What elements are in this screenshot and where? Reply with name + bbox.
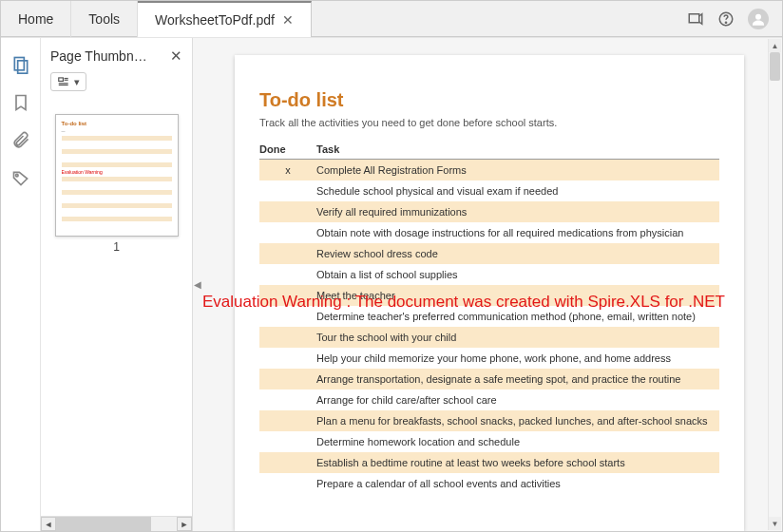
app-window: Home Tools WorksheetToPdf.pdf ✕ bbox=[0, 0, 783, 532]
task-text-cell: Schedule school physical and visual exam… bbox=[316, 185, 719, 197]
collapse-panel-handle[interactable]: ◀ bbox=[193, 266, 202, 304]
task-text-cell: Help your child memorize your home phone… bbox=[316, 352, 719, 364]
scroll-up-arrow[interactable]: ▲ bbox=[769, 39, 781, 52]
panel-title: Page Thumbn… bbox=[50, 48, 147, 64]
task-row: Tour the school with your child bbox=[259, 327, 719, 348]
doc-vscrollbar[interactable]: ▲ ▼ bbox=[768, 39, 781, 530]
task-row: xComplete All Registration Forms bbox=[259, 160, 719, 180]
task-text-cell: Obtain note with dosage instructions for… bbox=[316, 227, 719, 238]
task-row: Schedule school physical and visual exam… bbox=[259, 180, 719, 201]
header-done: Done bbox=[259, 143, 316, 155]
tab-document[interactable]: WorksheetToPdf.pdf ✕ bbox=[138, 1, 312, 37]
scroll-right-arrow[interactable]: ► bbox=[177, 517, 192, 531]
svg-point-3 bbox=[755, 13, 761, 19]
task-text-cell: Plan a menu for breakfasts, school snack… bbox=[316, 415, 719, 427]
attachment-icon[interactable] bbox=[11, 131, 30, 150]
task-row: Obtain note with dosage instructions for… bbox=[259, 222, 719, 243]
task-row: Determine homework location and schedule bbox=[259, 431, 719, 452]
document-title: To-do list bbox=[259, 89, 719, 111]
svg-rect-5 bbox=[17, 61, 27, 73]
avatar[interactable] bbox=[748, 9, 769, 29]
tab-home[interactable]: Home bbox=[1, 1, 71, 37]
share-icon[interactable] bbox=[687, 10, 704, 28]
scroll-track[interactable] bbox=[769, 52, 781, 517]
tab-label: Home bbox=[18, 11, 53, 27]
close-icon[interactable]: ✕ bbox=[282, 12, 294, 28]
thumbnails-panel: Page Thumbn… ✕ ▾ To-do list — E bbox=[41, 38, 193, 531]
list-header: Done Task bbox=[259, 142, 719, 160]
thumbnail-options-dropdown[interactable]: ▾ bbox=[50, 72, 86, 91]
task-text-cell: Verify all required immunizations bbox=[316, 206, 719, 218]
task-row: Verify all required immunizations bbox=[259, 201, 719, 222]
chevron-down-icon: ▾ bbox=[74, 76, 80, 88]
thumb-sub: — bbox=[62, 128, 172, 133]
task-row: Meet the teacher bbox=[259, 285, 719, 306]
scroll-handle[interactable] bbox=[770, 52, 780, 81]
bookmark-icon[interactable] bbox=[11, 93, 30, 112]
task-text-cell: Meet the teacher bbox=[316, 290, 719, 301]
task-text-cell: Determine homework location and schedule bbox=[316, 436, 719, 447]
svg-rect-4 bbox=[14, 58, 24, 70]
task-row: Help your child memorize your home phone… bbox=[259, 348, 719, 369]
thumbnail-page-number: 1 bbox=[50, 240, 182, 254]
scroll-down-arrow[interactable]: ▼ bbox=[769, 517, 781, 530]
task-text-cell: Review school dress code bbox=[316, 248, 719, 259]
svg-point-6 bbox=[15, 174, 18, 177]
pdf-page: To-do list Track all the activities you … bbox=[235, 55, 744, 531]
task-row: Review school dress code bbox=[259, 243, 719, 264]
task-rows: xComplete All Registration FormsSchedule… bbox=[259, 160, 719, 494]
task-text-cell: Complete All Registration Forms bbox=[316, 164, 719, 176]
top-right-controls bbox=[687, 9, 782, 29]
thumbnails-icon[interactable] bbox=[11, 55, 30, 74]
svg-rect-0 bbox=[689, 13, 699, 22]
task-text-cell: Obtain a list of school supplies bbox=[316, 269, 719, 280]
help-icon[interactable] bbox=[717, 10, 735, 28]
close-icon[interactable]: ✕ bbox=[170, 48, 182, 65]
tab-tools[interactable]: Tools bbox=[71, 1, 138, 37]
task-done-cell: x bbox=[259, 164, 316, 176]
tabs-bar: Home Tools WorksheetToPdf.pdf ✕ bbox=[1, 1, 782, 37]
task-row: Obtain a list of school supplies bbox=[259, 264, 719, 285]
task-text-cell: Arrange transportation, designate a safe… bbox=[316, 373, 719, 385]
main-area: Page Thumbn… ✕ ▾ To-do list — E bbox=[1, 37, 782, 531]
svg-point-2 bbox=[725, 22, 726, 23]
page-thumbnail[interactable]: To-do list — Evaluation Warning bbox=[55, 114, 179, 237]
panel-subbar: ▾ bbox=[41, 70, 192, 95]
tab-label: WorksheetToPdf.pdf bbox=[155, 12, 275, 28]
header-task: Task bbox=[316, 143, 719, 155]
thumb-warning: Evaluation Warning bbox=[62, 169, 172, 175]
document-area: ◀ To-do list Track all the activities yo… bbox=[193, 38, 782, 531]
task-text-cell: Determine teacher's preferred communicat… bbox=[316, 311, 719, 322]
task-text-cell: Arrange for child care/after school care bbox=[316, 394, 719, 406]
panel-header: Page Thumbn… ✕ bbox=[41, 38, 192, 70]
task-row: Establish a bedtime routine at least two… bbox=[259, 452, 719, 473]
task-row: Plan a menu for breakfasts, school snack… bbox=[259, 410, 719, 431]
task-row: Determine teacher's preferred communicat… bbox=[259, 306, 719, 327]
task-text-cell: Tour the school with your child bbox=[316, 332, 719, 343]
task-text-cell: Establish a bedtime routine at least two… bbox=[316, 457, 719, 468]
panel-hscrollbar[interactable]: ◄ ► bbox=[41, 516, 192, 531]
scroll-handle[interactable] bbox=[56, 517, 151, 531]
task-row: Prepare a calendar of all school events … bbox=[259, 473, 719, 494]
left-toolbar bbox=[1, 38, 41, 531]
scroll-left-arrow[interactable]: ◄ bbox=[41, 517, 56, 531]
task-text-cell: Prepare a calendar of all school events … bbox=[316, 478, 719, 489]
tag-icon[interactable] bbox=[11, 169, 30, 188]
task-row: Arrange transportation, designate a safe… bbox=[259, 369, 719, 390]
svg-rect-7 bbox=[59, 78, 64, 82]
thumbnail-list: To-do list — Evaluation Warning bbox=[41, 95, 192, 516]
scroll-track[interactable] bbox=[56, 517, 177, 531]
tab-label: Tools bbox=[88, 11, 120, 27]
document-subtitle: Track all the activities you need to get… bbox=[259, 117, 719, 128]
task-row: Arrange for child care/after school care bbox=[259, 390, 719, 410]
thumb-title: To-do list bbox=[62, 121, 172, 126]
